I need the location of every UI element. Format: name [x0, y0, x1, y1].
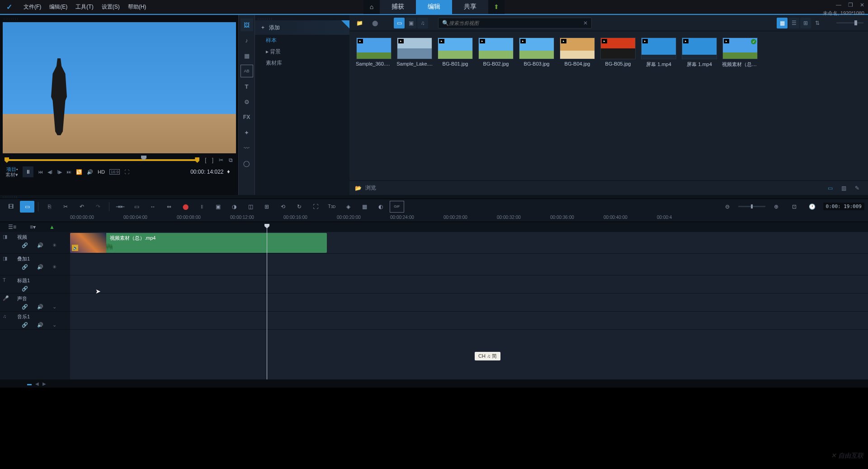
- track-lane-overlay[interactable]: [70, 254, 868, 275]
- track-header-music[interactable]: ♫ 音乐1 🔗🔊⌄: [0, 312, 70, 330]
- mute-icon[interactable]: 🔊: [37, 242, 43, 248]
- path-icon[interactable]: 〰: [241, 142, 253, 154]
- menu-file[interactable]: 文件(F): [24, 3, 41, 11]
- prev-frame-button[interactable]: ◀Ⅰ: [47, 169, 52, 175]
- menu-settings[interactable]: 设置(S): [102, 3, 120, 11]
- filter-photo-icon[interactable]: ▣: [406, 18, 416, 28]
- transitions-icon[interactable]: ▦: [241, 49, 253, 62]
- zoom-slider[interactable]: [738, 206, 765, 207]
- track-header-overlay[interactable]: ◨ 叠加1 🔗🔊✳: [0, 254, 70, 275]
- preview-timecode[interactable]: 00:00: 14:022 ♦: [188, 168, 233, 176]
- volume-button[interactable]: 🔊: [87, 169, 93, 175]
- tab-share[interactable]: 共享: [452, 0, 488, 14]
- tl-record-icon[interactable]: ⬤: [178, 201, 193, 213]
- zoom-clock-icon[interactable]: 🕐: [805, 201, 820, 213]
- expand-icon[interactable]: ⌄: [52, 322, 57, 328]
- go-end-button[interactable]: ⏭: [66, 169, 71, 175]
- zoom-fit-icon[interactable]: ⊡: [787, 201, 802, 213]
- track-lane-music[interactable]: [70, 312, 868, 330]
- expand-icon[interactable]: ⌄: [52, 304, 57, 310]
- minimize-button[interactable]: —: [835, 2, 842, 8]
- tree-background[interactable]: 背景: [255, 46, 349, 57]
- menu-tools[interactable]: 工具(T): [75, 3, 93, 11]
- media-thumb[interactable]: ▸BG-B03.jpg: [519, 38, 555, 68]
- clear-search-icon[interactable]: ✕: [583, 20, 588, 26]
- audio-library-icon[interactable]: ♪: [241, 34, 253, 47]
- objects-icon[interactable]: ⚙: [241, 95, 253, 108]
- tl-redo-icon[interactable]: ↷: [91, 201, 105, 213]
- media-thumb[interactable]: ▸BG-B04.jpg: [559, 38, 595, 68]
- import-folder-icon[interactable]: 📁: [354, 18, 365, 28]
- pause-button[interactable]: ⏸: [23, 166, 33, 177]
- storyboard-view-icon[interactable]: 🎞: [4, 201, 18, 213]
- thumb-size-slider[interactable]: [836, 22, 863, 24]
- tl-copy-icon[interactable]: ⎘: [42, 201, 57, 213]
- titles-ab-icon[interactable]: AB: [241, 65, 253, 77]
- media-search[interactable]: 🔍 ✕: [438, 18, 592, 28]
- loop-button[interactable]: 🔁: [76, 169, 82, 175]
- search-input[interactable]: [449, 20, 583, 26]
- panel-grip[interactable]: ::::::::: [0, 195, 868, 199]
- playhead[interactable]: [267, 224, 267, 379]
- media-thumb[interactable]: ▸BG-B05.jpg: [600, 38, 636, 68]
- scrub-bar[interactable]: [5, 159, 198, 161]
- tl-chapters-icon[interactable]: ◑: [227, 201, 241, 213]
- tl-subtitle-icon[interactable]: ◫: [243, 201, 258, 213]
- mute-icon[interactable]: 🔊: [37, 304, 43, 310]
- tree-assets[interactable]: 素材库: [255, 57, 349, 69]
- tl-tools-icon[interactable]: ✂: [58, 201, 73, 213]
- footer-btn-1-icon[interactable]: ▭: [825, 183, 835, 194]
- media-thumb[interactable]: ▸BG-B02.jpg: [478, 38, 514, 68]
- footer-btn-2-icon[interactable]: ▥: [838, 183, 849, 194]
- tab-home[interactable]: ⌂: [363, 0, 380, 14]
- track-header-video[interactable]: ◨ 视频 🔗🔊✳: [0, 232, 70, 254]
- motion-icon[interactable]: ✦: [241, 126, 253, 139]
- panel-grip[interactable]: ::::::::: [2, 17, 236, 20]
- mark-out-icon[interactable]: ]: [212, 157, 213, 163]
- scroll-right-icon[interactable]: ▶: [42, 381, 46, 386]
- browse-button[interactable]: 📂 浏览: [355, 184, 376, 192]
- tl-marker-icon[interactable]: ▣: [211, 201, 225, 213]
- media-thumb[interactable]: ▸Sample_360.m...: [356, 38, 392, 68]
- menu-help[interactable]: 帮助(H): [128, 3, 146, 11]
- source-toggle[interactable]: 项目▪素材▾: [5, 166, 18, 177]
- menu-edit[interactable]: 编辑(E): [49, 3, 67, 11]
- track-opts-3-icon[interactable]: ▲: [49, 224, 55, 230]
- tl-multi-icon[interactable]: ⊞: [259, 201, 274, 213]
- tab-upload[interactable]: ⬆: [488, 0, 505, 14]
- track-header-voice[interactable]: 🎤 声音 🔗🔊⌄: [0, 294, 70, 312]
- view-list-icon[interactable]: ☰: [788, 18, 799, 28]
- tl-gif-icon[interactable]: GIF: [390, 201, 404, 213]
- media-thumb[interactable]: ▸屏幕 1.mp4: [641, 38, 677, 68]
- snapshot-icon[interactable]: ⧉: [229, 157, 233, 163]
- view-grid-icon[interactable]: ⊞: [800, 18, 811, 28]
- expand-button[interactable]: ⛶: [124, 169, 129, 175]
- zoom-out-icon[interactable]: ⊖: [720, 201, 735, 213]
- tl-effect-icon[interactable]: ▦: [357, 201, 372, 213]
- tl-3d-icon[interactable]: T3D: [325, 201, 339, 213]
- tl-rate-icon[interactable]: ⟲: [276, 201, 290, 213]
- tl-roll-icon[interactable]: ⇔: [162, 201, 176, 213]
- media-thumb[interactable]: ▸Sample_Lake....: [396, 38, 433, 68]
- mute-icon[interactable]: 🔊: [37, 264, 43, 270]
- scroll-left-icon[interactable]: ◀: [35, 381, 39, 386]
- track-opts-2-icon[interactable]: ≡▾: [30, 224, 36, 230]
- filter-video-icon[interactable]: ▭: [394, 18, 405, 28]
- link-icon[interactable]: 🔗: [22, 304, 28, 310]
- text-icon[interactable]: T: [241, 80, 253, 93]
- sort-icon[interactable]: ⇅: [812, 18, 823, 28]
- tl-slip-icon[interactable]: ▭: [129, 201, 144, 213]
- tracks-content[interactable]: 🔊 视频素材（总）.mp4: [70, 232, 868, 379]
- scroll-handle-icon[interactable]: ▬: [27, 381, 32, 386]
- link-icon[interactable]: 🔗: [22, 242, 28, 248]
- tl-undo-icon[interactable]: ↶: [75, 201, 89, 213]
- track-lane-voice[interactable]: [70, 294, 868, 312]
- video-clip[interactable]: 🔊 视频素材（总）.mp4: [70, 233, 327, 253]
- tl-adjust-icon[interactable]: ◐: [373, 201, 388, 213]
- filter-audio-icon[interactable]: ♫: [417, 18, 428, 28]
- tl-reverse-icon[interactable]: ↻: [292, 201, 307, 213]
- add-media-button[interactable]: + 添加: [255, 20, 349, 35]
- tab-capture[interactable]: 捕获: [380, 0, 416, 14]
- zoom-in-icon[interactable]: ⊕: [769, 201, 783, 213]
- tl-correct-icon[interactable]: ◈: [341, 201, 355, 213]
